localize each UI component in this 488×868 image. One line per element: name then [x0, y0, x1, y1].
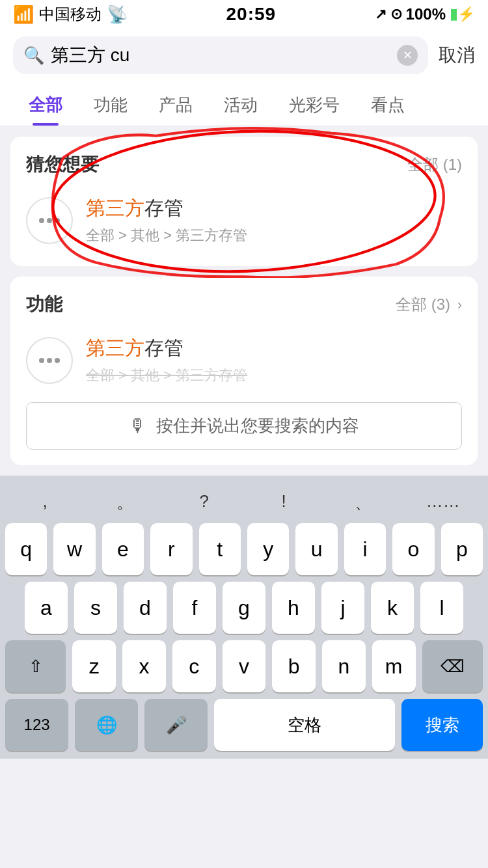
- dots-icon: [39, 218, 60, 223]
- key-m[interactable]: m: [372, 640, 416, 692]
- key-x[interactable]: x: [122, 640, 166, 692]
- key-u[interactable]: u: [295, 523, 337, 575]
- tab-viewpoint[interactable]: 看点: [355, 82, 420, 126]
- battery-icon: ▮⚡: [450, 6, 475, 23]
- key-comma[interactable]: ,: [5, 486, 85, 519]
- key-t[interactable]: t: [199, 523, 241, 575]
- function-result-content: 第三方存管 全部 > 其他 > 第三方存管: [86, 335, 462, 385]
- guess-title-rest: 存管: [144, 197, 183, 219]
- alarm-icon: ⊙: [390, 6, 402, 23]
- space-key[interactable]: 空格: [214, 699, 395, 751]
- key-r[interactable]: r: [150, 523, 192, 575]
- delete-key[interactable]: ⌫: [422, 640, 483, 692]
- search-icon: 🔍: [23, 46, 44, 66]
- tab-activity[interactable]: 活动: [208, 82, 273, 126]
- key-g[interactable]: g: [223, 582, 265, 634]
- keyboard: , 。 ? ! 、 …… q w e r t y u i o p a s d f…: [0, 476, 488, 759]
- dot-1: [39, 218, 44, 223]
- status-time: 20:59: [226, 4, 276, 25]
- shift-key[interactable]: ⇧: [5, 640, 66, 692]
- globe-key[interactable]: 🌐: [75, 699, 138, 751]
- tab-bright[interactable]: 光彩号: [273, 82, 355, 126]
- key-period[interactable]: 。: [85, 486, 164, 519]
- search-input-container[interactable]: 🔍 第三方 cu ✕: [13, 36, 428, 74]
- dot-2: [47, 218, 52, 223]
- guess-result-icon: [26, 197, 73, 244]
- tab-all[interactable]: 全部: [13, 82, 78, 126]
- function-card-header: 功能 全部 (3) ›: [26, 292, 462, 317]
- key-n[interactable]: n: [322, 640, 366, 692]
- status-right: ↗ ⊙ 100% ▮⚡: [375, 5, 475, 23]
- key-w[interactable]: w: [53, 523, 95, 575]
- key-h[interactable]: h: [272, 582, 315, 634]
- key-o[interactable]: o: [392, 523, 434, 575]
- key-c[interactable]: c: [172, 640, 216, 692]
- status-left: 📶 中国移动 📡: [13, 4, 128, 25]
- key-z[interactable]: z: [72, 640, 116, 692]
- voice-search-text: 按住并说出您要搜索的内容: [156, 414, 359, 437]
- special-char-row: , 。 ? ! 、 ……: [0, 482, 488, 523]
- num-key[interactable]: 123: [5, 699, 68, 751]
- mic-key[interactable]: 🎤: [144, 699, 208, 751]
- guess-title-highlight: 第三方: [86, 197, 144, 219]
- key-ellipsis[interactable]: ……: [403, 486, 483, 519]
- guess-result-title: 第三方存管: [86, 195, 462, 222]
- key-exclaim[interactable]: !: [244, 486, 323, 519]
- dots-icon-2: [39, 358, 60, 363]
- key-row-1: q w e r t y u i o p: [5, 523, 483, 575]
- function-title-highlight: 第三方: [86, 337, 144, 359]
- guess-card-title: 猜您想要: [26, 152, 99, 177]
- guess-result-path: 全部 > 其他 > 第三方存管: [86, 226, 462, 245]
- key-j[interactable]: j: [321, 582, 364, 634]
- function-title-rest: 存管: [144, 337, 183, 359]
- function-result-title: 第三方存管: [86, 335, 462, 362]
- function-card-arrow: ›: [457, 297, 462, 313]
- voice-search-button[interactable]: 🎙 按住并说出您要搜索的内容: [26, 402, 462, 450]
- delete-icon: ⌫: [441, 657, 465, 677]
- key-row-3: ⇧ z x c v b n m ⌫: [5, 640, 483, 692]
- key-d[interactable]: d: [124, 582, 167, 634]
- guess-card-all[interactable]: 全部 (1): [407, 154, 462, 175]
- key-pause[interactable]: 、: [323, 486, 403, 519]
- key-q[interactable]: q: [5, 523, 47, 575]
- search-input[interactable]: 第三方 cu: [51, 43, 390, 68]
- function-result-icon: [26, 337, 73, 384]
- key-p[interactable]: p: [441, 523, 483, 575]
- dot-3: [55, 218, 60, 223]
- key-e[interactable]: e: [102, 523, 144, 575]
- guess-card: 猜您想要 全部 (1) 第三方存管 全部 > 其他 > 第三方存管: [10, 137, 478, 266]
- key-row-2: a s d f g h j k l: [5, 582, 483, 634]
- shift-icon: ⇧: [29, 657, 43, 677]
- function-result-path: 全部 > 其他 > 第三方存管: [86, 366, 462, 385]
- function-result-item[interactable]: 第三方存管 全部 > 其他 > 第三方存管: [26, 330, 462, 390]
- guess-result-item[interactable]: 第三方存管 全部 > 其他 > 第三方存管: [26, 190, 462, 251]
- key-b[interactable]: b: [272, 640, 316, 692]
- guess-result-content: 第三方存管 全部 > 其他 > 第三方存管: [86, 195, 462, 245]
- dot-5: [47, 358, 52, 363]
- keyboard-rows: q w e r t y u i o p a s d f g h j k l ⇧: [0, 523, 488, 699]
- function-card: 功能 全部 (3) › 第三方存管 全部 > 其他 > 第三方存管: [10, 277, 478, 465]
- battery-percent: 100%: [406, 5, 446, 23]
- location-icon: ↗: [375, 6, 386, 23]
- key-y[interactable]: y: [247, 523, 289, 575]
- search-key[interactable]: 搜索: [401, 699, 483, 751]
- key-f[interactable]: f: [173, 582, 216, 634]
- function-card-all[interactable]: 全部 (3) ›: [396, 294, 462, 315]
- key-i[interactable]: i: [344, 523, 386, 575]
- main-content: 猜您想要 全部 (1) 第三方存管 全部 > 其他 > 第三方存管 功能: [0, 126, 488, 465]
- tab-product[interactable]: 产品: [143, 82, 208, 126]
- key-k[interactable]: k: [371, 582, 414, 634]
- wifi-icon: 📡: [107, 5, 128, 25]
- dot-4: [39, 358, 44, 363]
- clear-button[interactable]: ✕: [397, 45, 418, 66]
- cancel-button[interactable]: 取消: [439, 43, 475, 68]
- key-l[interactable]: l: [420, 582, 463, 634]
- guess-card-header: 猜您想要 全部 (1): [26, 152, 462, 177]
- key-s[interactable]: s: [74, 582, 117, 634]
- signal-icon: 📶: [13, 5, 34, 25]
- key-question[interactable]: ?: [165, 486, 244, 519]
- key-v[interactable]: v: [223, 640, 266, 692]
- tab-feature[interactable]: 功能: [78, 82, 143, 126]
- key-a[interactable]: a: [25, 582, 68, 634]
- status-bar: 📶 中国移动 📡 20:59 ↗ ⊙ 100% ▮⚡: [0, 0, 488, 29]
